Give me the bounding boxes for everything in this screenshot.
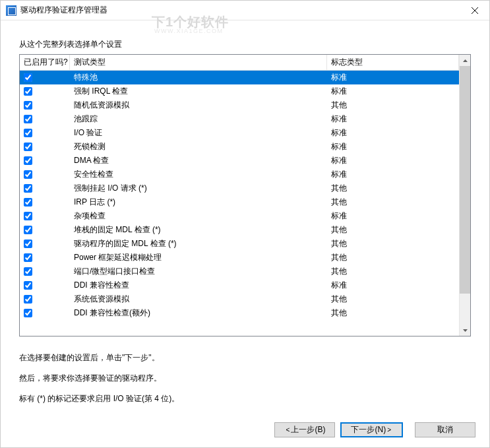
scroll-thumb[interactable] — [460, 66, 470, 294]
enabled-checkbox[interactable] — [24, 295, 32, 304]
cell-enabled — [20, 281, 70, 290]
table-row[interactable]: 特殊池标准 — [20, 71, 459, 84]
scroll-track[interactable] — [460, 66, 470, 325]
enabled-checkbox[interactable] — [24, 143, 32, 151]
cell-enabled — [20, 240, 70, 248]
enabled-checkbox[interactable] — [24, 184, 32, 193]
table-row[interactable]: 系统低资源模拟其他 — [20, 292, 459, 306]
table-row[interactable]: 安全性检查标准 — [20, 168, 459, 181]
enabled-checkbox[interactable] — [24, 129, 32, 137]
cell-enabled — [20, 143, 70, 151]
cell-flag-type: 标准 — [327, 86, 459, 97]
close-icon — [472, 7, 478, 14]
enabled-checkbox[interactable] — [24, 198, 32, 207]
table-row[interactable]: 池跟踪标准 — [20, 112, 459, 126]
cell-test-type: I/O 验证 — [70, 127, 327, 139]
cell-test-type: Power 框架延迟模糊处理 — [70, 252, 327, 263]
titlebar: 驱动程序验证程序管理器 — [1, 1, 489, 20]
table-row[interactable]: DMA 检查标准 — [20, 154, 459, 168]
cell-test-type: 池跟踪 — [70, 113, 327, 125]
enabled-checkbox[interactable] — [24, 281, 32, 290]
table-row[interactable]: 死锁检测标准 — [20, 140, 459, 154]
table-body: 特殊池标准强制 IRQL 检查标准随机低资源模拟其他池跟踪标准I/O 验证标准死… — [20, 71, 459, 320]
cancel-button[interactable]: 取消 — [415, 422, 475, 437]
cell-flag-type: 标准 — [327, 155, 459, 166]
cell-flag-type: 标准 — [327, 113, 459, 125]
cell-test-type: 死锁检测 — [70, 141, 327, 152]
enabled-checkbox[interactable] — [24, 101, 32, 110]
enabled-checkbox[interactable] — [24, 309, 32, 317]
enabled-checkbox[interactable] — [24, 170, 32, 179]
table-row[interactable]: 堆栈的固定 MDL 检查 (*)其他 — [20, 223, 459, 237]
cell-enabled — [20, 212, 70, 220]
cell-test-type: 强制 IRQL 检查 — [70, 86, 327, 97]
instruction-line-3: 标有 (*) 的标记还要求启用 I/O 验证(第 4 位)。 — [19, 393, 471, 404]
table-row[interactable]: 随机低资源模拟其他 — [20, 98, 459, 112]
vertical-scrollbar[interactable] — [459, 55, 470, 336]
cell-test-type: 系统低资源模拟 — [70, 294, 327, 305]
cancel-button-label: 取消 — [437, 424, 453, 435]
cell-enabled — [20, 73, 70, 82]
column-enabled[interactable]: 已启用了吗? — [20, 55, 70, 70]
scroll-down-button[interactable] — [460, 325, 470, 336]
settings-table: 已启用了吗? 测试类型 标志类型 特殊池标准强制 IRQL 检查标准随机低资源模… — [19, 54, 471, 336]
cell-flag-type: 其他 — [327, 100, 459, 111]
back-button-label: 上一步(B) — [291, 424, 325, 435]
table-row[interactable]: 强制 IRQL 检查标准 — [20, 84, 459, 98]
cell-flag-type: 其他 — [327, 224, 459, 236]
table-row[interactable]: DDI 兼容性检查标准 — [20, 278, 459, 292]
enabled-checkbox[interactable] — [24, 212, 32, 220]
cell-flag-type: 其他 — [327, 238, 459, 249]
cell-flag-type: 其他 — [327, 197, 459, 208]
table-row[interactable]: 强制挂起 I/O 请求 (*)其他 — [20, 181, 459, 195]
cell-enabled — [20, 156, 70, 165]
svg-marker-3 — [463, 329, 468, 332]
cell-test-type: 杂项检查 — [70, 210, 327, 222]
cell-test-type: IRP 日志 (*) — [70, 197, 327, 208]
cell-enabled — [20, 129, 70, 137]
cell-enabled — [20, 115, 70, 123]
cell-enabled — [20, 87, 70, 96]
instruction-line-2: 然后，将要求你选择要验证的驱动程序。 — [19, 373, 471, 384]
cell-test-type: 随机低资源模拟 — [70, 100, 327, 111]
instruction-text: 在选择要创建的设置后，单击"下一步"。 然后，将要求你选择要验证的驱动程序。 标… — [19, 352, 471, 404]
cell-test-type: DDI 兼容性检查(额外) — [70, 307, 327, 319]
cell-flag-type: 其他 — [327, 183, 459, 194]
enabled-checkbox[interactable] — [24, 267, 32, 276]
close-button[interactable] — [460, 1, 489, 20]
next-button[interactable]: 下一步(N) > — [340, 422, 403, 437]
scroll-up-button[interactable] — [460, 55, 470, 66]
enabled-checkbox[interactable] — [24, 253, 32, 262]
enabled-checkbox[interactable] — [24, 115, 32, 123]
table-row[interactable]: DDI 兼容性检查(额外)其他 — [20, 306, 459, 320]
cell-test-type: DDI 兼容性检查 — [70, 280, 327, 291]
enabled-checkbox[interactable] — [24, 226, 32, 234]
chevron-right-icon: > — [387, 426, 391, 433]
table-row[interactable]: I/O 验证标准 — [20, 126, 459, 140]
content-area: 从这个完整列表选择单个设置 已启用了吗? 测试类型 标志类型 特殊池标准强制 I… — [1, 20, 489, 404]
svg-marker-2 — [463, 59, 468, 62]
table-header: 已启用了吗? 测试类型 标志类型 — [20, 55, 459, 71]
table-row[interactable]: IRP 日志 (*)其他 — [20, 195, 459, 209]
back-button[interactable]: < 上一步(B) — [274, 422, 335, 437]
cell-flag-type: 标准 — [327, 127, 459, 139]
cell-enabled — [20, 253, 70, 262]
table-row[interactable]: Power 框架延迟模糊处理其他 — [20, 251, 459, 265]
cell-test-type: 端口/微型端口接口检查 — [70, 266, 327, 277]
chevron-up-icon — [463, 59, 468, 62]
table-row[interactable]: 端口/微型端口接口检查其他 — [20, 265, 459, 278]
app-icon — [6, 5, 16, 16]
column-flag-type[interactable]: 标志类型 — [327, 55, 459, 70]
column-test-type[interactable]: 测试类型 — [70, 55, 327, 70]
enabled-checkbox[interactable] — [24, 73, 32, 82]
cell-flag-type: 其他 — [327, 294, 459, 305]
cell-flag-type: 标准 — [327, 141, 459, 152]
cell-enabled — [20, 309, 70, 317]
next-button-label: 下一步(N) — [351, 424, 386, 435]
enabled-checkbox[interactable] — [24, 240, 32, 248]
enabled-checkbox[interactable] — [24, 156, 32, 165]
table-row[interactable]: 驱动程序的固定 MDL 检查 (*)其他 — [20, 237, 459, 251]
cell-flag-type: 标准 — [327, 210, 459, 222]
table-row[interactable]: 杂项检查标准 — [20, 209, 459, 223]
enabled-checkbox[interactable] — [24, 87, 32, 96]
